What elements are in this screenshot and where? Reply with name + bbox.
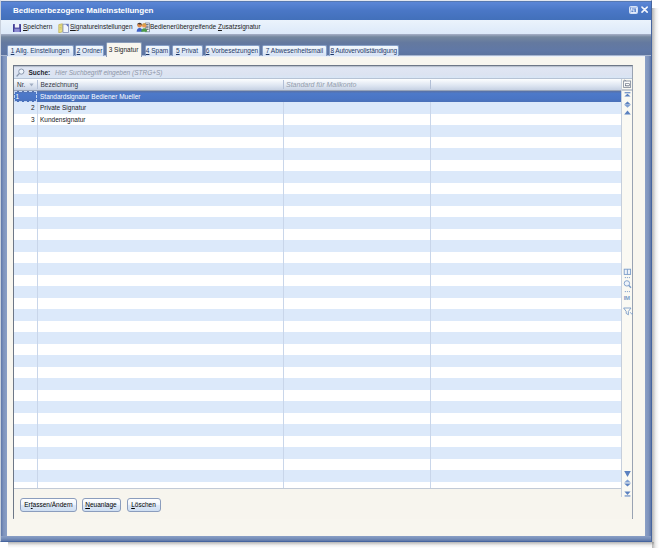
svg-text:IM: IM bbox=[624, 295, 630, 301]
